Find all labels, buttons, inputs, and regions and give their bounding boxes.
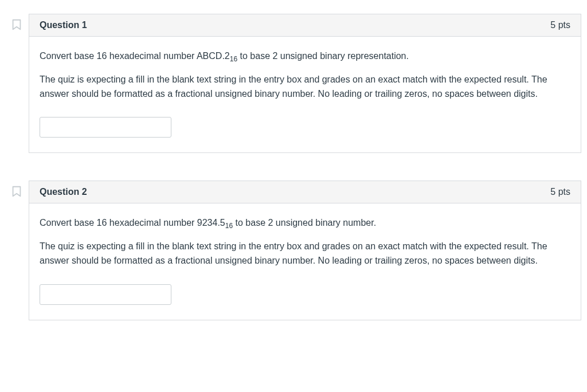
question-card: Question 2 5 pts Convert base 16 hexadec…	[29, 181, 581, 320]
answer-input[interactable]	[40, 117, 171, 138]
prompt-subscript: 16	[225, 222, 233, 230]
flag-column	[6, 181, 29, 198]
question-points: 5 pts	[550, 187, 570, 197]
prompt-prefix: Convert base 16 hexadecimal number ABCD.…	[40, 51, 230, 61]
question-header: Question 2 5 pts	[29, 181, 581, 203]
question-instructions: The quiz is expecting a fill in the blan…	[40, 240, 570, 268]
question-block: Question 2 5 pts Convert base 16 hexadec…	[6, 181, 581, 320]
prompt-prefix: Convert base 16 hexadecimal number 9234.…	[40, 218, 225, 228]
question-prompt: Convert base 16 hexadecimal number ABCD.…	[40, 49, 570, 65]
question-title: Question 2	[40, 187, 87, 197]
bookmark-icon[interactable]	[10, 18, 23, 31]
prompt-suffix: to base 2 unsigned binary number.	[233, 218, 376, 228]
quiz-container: Question 1 5 pts Convert base 16 hexadec…	[0, 0, 587, 320]
question-body: Convert base 16 hexadecimal number ABCD.…	[29, 37, 581, 152]
question-points: 5 pts	[550, 20, 570, 30]
question-card: Question 1 5 pts Convert base 16 hexadec…	[29, 14, 581, 153]
bookmark-icon[interactable]	[10, 185, 23, 198]
question-block: Question 1 5 pts Convert base 16 hexadec…	[6, 14, 581, 153]
question-title: Question 1	[40, 20, 87, 30]
prompt-suffix: to base 2 unsigned binary representation…	[237, 51, 409, 61]
prompt-subscript: 16	[230, 55, 237, 63]
question-prompt: Convert base 16 hexadecimal number 9234.…	[40, 216, 570, 232]
answer-input[interactable]	[40, 284, 171, 305]
question-instructions: The quiz is expecting a fill in the blan…	[40, 73, 570, 101]
flag-column	[6, 14, 29, 31]
question-header: Question 1 5 pts	[29, 14, 581, 37]
question-body: Convert base 16 hexadecimal number 9234.…	[29, 203, 581, 319]
